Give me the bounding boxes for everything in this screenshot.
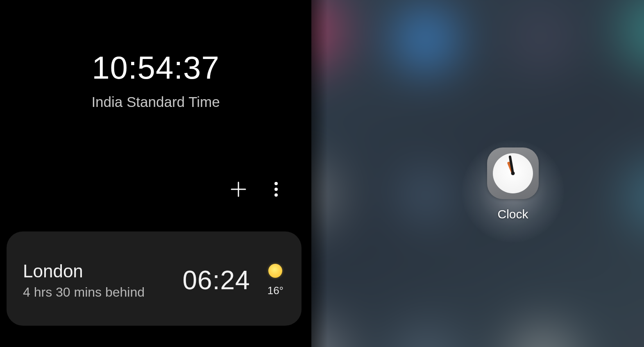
world-clock-weather: 16° [268,264,283,297]
timezone-label: India Standard Time [0,94,311,110]
sun-icon [268,264,282,278]
svg-point-3 [274,188,278,191]
world-clock-time: 06:24 [183,265,250,295]
world-clock-city: London [23,261,183,281]
clock-face-icon [493,153,533,193]
local-time: 10:54:37 [0,49,311,86]
world-clock-temperature: 16° [268,284,283,297]
panel-divider-shadow [311,0,328,347]
clock-app-pane: 10:54:37 India Standard Time London 4 hr… [0,0,311,347]
world-clock-offset: 4 hrs 30 mins behind [23,285,183,300]
more-options-button[interactable] [266,179,286,199]
home-screen-blurred: Clock [311,0,644,347]
clock-app-icon [487,147,539,199]
main-clock: 10:54:37 India Standard Time [0,49,311,110]
clock-app-label: Clock [497,207,528,221]
add-city-button[interactable] [229,179,248,199]
clock-app-launcher[interactable]: Clock [464,147,562,221]
plus-icon [230,181,247,198]
world-clock-toolbar [229,179,286,199]
more-vertical-icon [274,181,278,198]
svg-point-2 [274,182,278,185]
svg-point-4 [274,193,278,197]
clock-pivot [511,172,515,175]
world-clock-card[interactable]: London 4 hrs 30 mins behind 06:24 16° [7,231,302,326]
world-clock-city-block: London 4 hrs 30 mins behind [23,261,183,300]
